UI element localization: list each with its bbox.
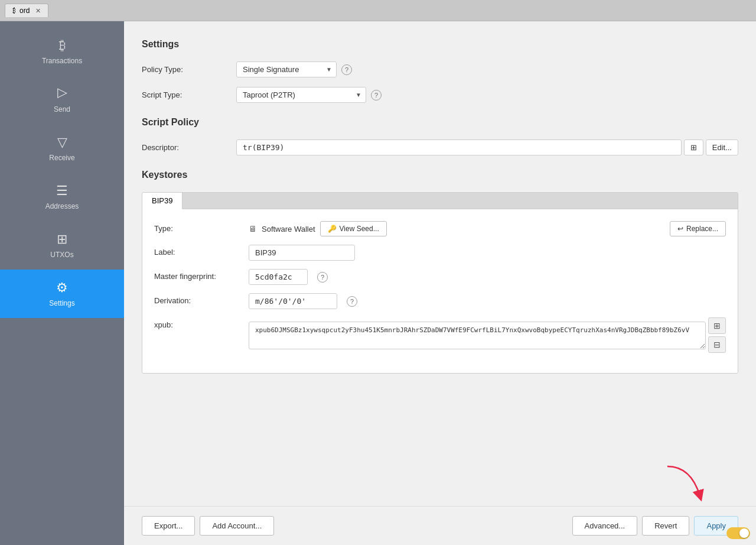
- script-type-help-icon[interactable]: ?: [371, 90, 382, 100]
- sidebar-item-settings[interactable]: ⚙ Settings: [0, 270, 124, 318]
- xpub-icons: ⊞ ⊟: [708, 317, 726, 353]
- sidebar-item-transactions[interactable]: ₿ Transactions: [0, 27, 124, 76]
- sidebar-label-send: Send: [54, 105, 70, 113]
- replace-button[interactable]: ↩ Replace...: [670, 221, 726, 236]
- replace-icon: ↩: [677, 225, 683, 233]
- script-type-row: Script Type: Taproot (P2TR) Native Segwi…: [142, 87, 738, 103]
- keystores-title: Keystores: [142, 170, 738, 180]
- policy-type-select-wrapper: Single Signature Multi Signature ▼: [236, 61, 337, 77]
- tab-close-icon[interactable]: ✕: [35, 7, 41, 15]
- receive-icon: ▽: [57, 135, 67, 150]
- xpub-copy-button[interactable]: ⊟: [708, 336, 726, 353]
- master-fingerprint-label: Master fingerprint:: [154, 269, 249, 281]
- main-content: Settings Policy Type: Single Signature M…: [124, 21, 756, 545]
- type-text: Software Wallet: [262, 225, 315, 233]
- descriptor-input[interactable]: [236, 140, 682, 155]
- keystores-tabs: BIP39: [142, 193, 738, 209]
- app-tab[interactable]: ₿ ord ✕: [5, 4, 48, 17]
- derivation-label: Derivation:: [154, 293, 249, 305]
- descriptor-grid-button[interactable]: ⊞: [684, 140, 703, 155]
- settings-title: Settings: [142, 39, 738, 50]
- settings-icon: ⚙: [56, 280, 68, 296]
- derivation-value: ?: [249, 293, 357, 309]
- derivation-help-icon[interactable]: ?: [347, 296, 357, 307]
- keystores-box: BIP39 Type: 🖥 Software Wallet 🔑: [142, 192, 738, 374]
- derivation-row: Derivation: ?: [154, 293, 726, 309]
- xpub-label: xpub:: [154, 317, 249, 329]
- master-fingerprint-value: ?: [249, 269, 328, 285]
- sidebar-label-utxos: UTXOs: [50, 251, 73, 259]
- toggle-background: [726, 527, 750, 539]
- software-wallet-icon: 🖥: [249, 224, 257, 233]
- advanced-button[interactable]: Advanced...: [572, 516, 638, 536]
- sidebar-item-receive[interactable]: ▽ Receive: [0, 124, 124, 173]
- export-button[interactable]: Export...: [142, 516, 195, 536]
- master-fingerprint-input[interactable]: [249, 269, 308, 285]
- view-seed-button[interactable]: 🔑 View Seed...: [320, 221, 387, 236]
- key-icon: 🔑: [328, 225, 337, 233]
- apply-arrow-annotation: [662, 460, 709, 510]
- type-value: 🖥 Software Wallet 🔑 View Seed...: [249, 221, 387, 236]
- script-type-select-wrapper: Taproot (P2TR) Native Segwit (P2WPKH) Ne…: [236, 87, 366, 103]
- sidebar-label-addresses: Addresses: [45, 202, 79, 210]
- descriptor-row: Descriptor: ⊞ Edit...: [142, 140, 738, 155]
- grid-icon: ⊞: [690, 143, 697, 152]
- derivation-input[interactable]: [249, 293, 337, 309]
- toggle-switch[interactable]: [726, 527, 750, 539]
- sidebar-label-transactions: Transactions: [42, 57, 82, 65]
- label-row: Label:: [154, 245, 726, 261]
- label-input[interactable]: [249, 245, 355, 261]
- sidebar-item-send[interactable]: ◁ Send: [0, 76, 124, 124]
- label-field-label: Label:: [154, 245, 249, 257]
- type-row: Type: 🖥 Software Wallet 🔑 View Seed...: [154, 221, 726, 236]
- sidebar-label-receive: Receive: [49, 154, 74, 162]
- master-fingerprint-row: Master fingerprint: ?: [154, 269, 726, 285]
- descriptor-label: Descriptor:: [142, 143, 236, 152]
- transactions-icon: ₿: [59, 38, 66, 53]
- policy-type-help-icon[interactable]: ?: [341, 64, 352, 75]
- xpub-grid-button[interactable]: ⊞: [708, 317, 726, 334]
- keystore-content: Type: 🖥 Software Wallet 🔑 View Seed...: [142, 209, 738, 373]
- policy-type-select[interactable]: Single Signature Multi Signature: [236, 61, 337, 77]
- bottom-toggle-area: [726, 527, 750, 539]
- script-type-select[interactable]: Taproot (P2TR) Native Segwit (P2WPKH) Ne…: [236, 87, 366, 103]
- xpub-row: xpub: xpub6DJMSGBz1xywsqpcut2yF3hu451K5m…: [154, 317, 726, 353]
- revert-button[interactable]: Revert: [642, 516, 689, 536]
- sidebar: ₿ Transactions ◁ Send ▽ Receive ☰ Addres…: [0, 21, 124, 545]
- xpub-textarea[interactable]: xpub6DJMSGBz1xywsqpcut2yF3hu451K5mnrbJRA…: [249, 322, 706, 349]
- send-icon: ◁: [57, 86, 67, 102]
- type-field-label: Type:: [154, 221, 249, 233]
- tab-label: ord: [19, 7, 30, 15]
- addresses-icon: ☰: [56, 183, 68, 199]
- script-policy-section: Script Policy Descriptor: ⊞ Edit...: [142, 117, 738, 155]
- xpub-container: xpub6DJMSGBz1xywsqpcut2yF3hu451K5mnrbJRA…: [249, 317, 726, 353]
- policy-type-row: Policy Type: Single Signature Multi Sign…: [142, 61, 738, 77]
- sidebar-item-utxos[interactable]: ⊞ UTXOs: [0, 221, 124, 270]
- bitcoin-tab-icon: ₿: [12, 7, 16, 14]
- policy-type-label: Policy Type:: [142, 65, 236, 74]
- bottom-bar: Export... Add Account... Advanced... Rev…: [124, 506, 756, 545]
- add-account-button[interactable]: Add Account...: [200, 516, 274, 536]
- script-type-label: Script Type:: [142, 90, 236, 99]
- view-seed-label: View Seed...: [340, 225, 379, 233]
- replace-label: Replace...: [686, 225, 718, 233]
- bip39-tab[interactable]: BIP39: [142, 193, 183, 209]
- master-fingerprint-help-icon[interactable]: ?: [317, 272, 328, 283]
- script-policy-title: Script Policy: [142, 117, 738, 128]
- edit-button[interactable]: Edit...: [706, 140, 738, 155]
- title-bar: ₿ ord ✕: [0, 0, 756, 21]
- toggle-knob: [739, 528, 749, 538]
- app-body: ₿ Transactions ◁ Send ▽ Receive ☰ Addres…: [0, 21, 756, 545]
- utxos-icon: ⊞: [57, 232, 67, 247]
- sidebar-item-addresses[interactable]: ☰ Addresses: [0, 173, 124, 221]
- sidebar-label-settings: Settings: [49, 299, 74, 307]
- keystores-section: Keystores BIP39 Type: 🖥 Software Wallet: [142, 170, 738, 374]
